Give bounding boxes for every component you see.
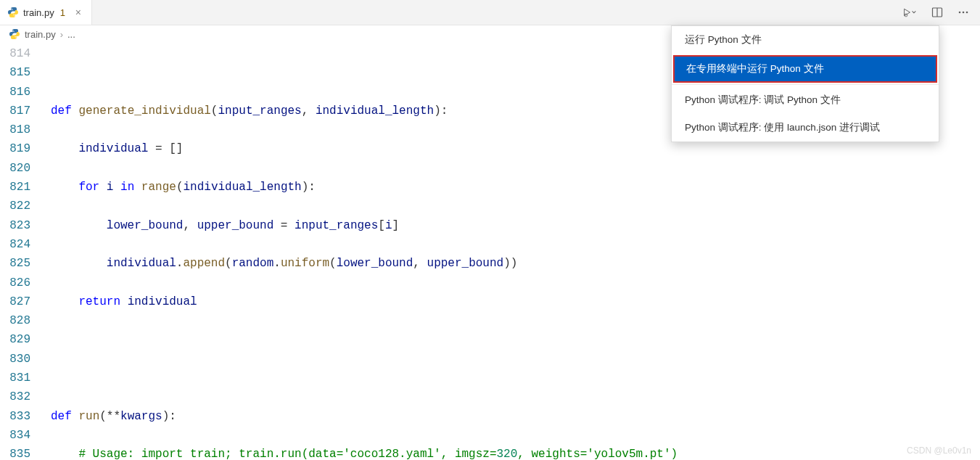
tab-train-py[interactable]: train.py 1 × — [0, 0, 92, 25]
line-number: 817 — [0, 102, 30, 120]
line-number: 834 — [0, 426, 30, 445]
breadcrumb-more: ... — [67, 29, 75, 40]
line-number: 815 — [0, 63, 30, 82]
split-editor-icon[interactable] — [929, 4, 945, 20]
line-number: 818 — [0, 120, 30, 139]
line-number: 822 — [0, 197, 30, 215]
menu-item-debug-python-file[interactable]: Python 调试程序: 调试 Python 文件 — [672, 86, 939, 114]
menu-item-debug-launch-json[interactable]: Python 调试程序: 使用 launch.json 进行调试 — [672, 114, 939, 141]
menu-separator — [672, 84, 939, 85]
run-dropdown-menu: 运行 Python 文件 在专用终端中运行 Python 文件 Python 调… — [671, 25, 939, 142]
chevron-right-icon: › — [60, 29, 63, 40]
close-icon[interactable]: × — [73, 7, 84, 18]
line-number: 827 — [0, 292, 30, 311]
svg-point-4 — [963, 12, 965, 14]
line-number: 831 — [0, 369, 30, 387]
line-number: 819 — [0, 139, 30, 158]
svg-point-3 — [959, 12, 961, 14]
python-file-icon — [7, 7, 19, 18]
line-number: 835 — [0, 445, 30, 460]
line-number: 829 — [0, 330, 30, 349]
line-gutter: 814 815 816 817 818 819 820 821 822 823 … — [0, 43, 44, 459]
breadcrumb-filename: train.py — [25, 29, 56, 40]
line-number: 814 — [0, 44, 30, 63]
tab-bar: train.py 1 × — [0, 0, 980, 25]
tab-filename: train.py — [23, 7, 54, 18]
line-number: 832 — [0, 387, 30, 406]
svg-point-5 — [966, 12, 968, 14]
line-number: 833 — [0, 407, 30, 426]
editor-actions — [903, 4, 980, 20]
menu-item-run-in-dedicated-terminal[interactable]: 在专用终端中运行 Python 文件 — [673, 55, 937, 83]
line-number: 830 — [0, 350, 30, 369]
python-file-icon — [9, 28, 20, 40]
line-number: 826 — [0, 274, 30, 292]
menu-item-run-python-file[interactable]: 运行 Python 文件 — [672, 26, 939, 54]
line-number: 823 — [0, 216, 30, 235]
line-number: 820 — [0, 159, 30, 178]
line-number: 821 — [0, 178, 30, 197]
tab-dirty-indicator: 1 — [60, 7, 65, 18]
run-dropdown-button[interactable] — [903, 4, 919, 20]
line-number: 816 — [0, 83, 30, 102]
watermark: CSDN @Le0v1n — [907, 445, 971, 456]
line-number: 824 — [0, 235, 30, 254]
line-number: 825 — [0, 254, 30, 273]
more-actions-icon[interactable] — [955, 4, 971, 20]
line-number: 828 — [0, 311, 30, 330]
